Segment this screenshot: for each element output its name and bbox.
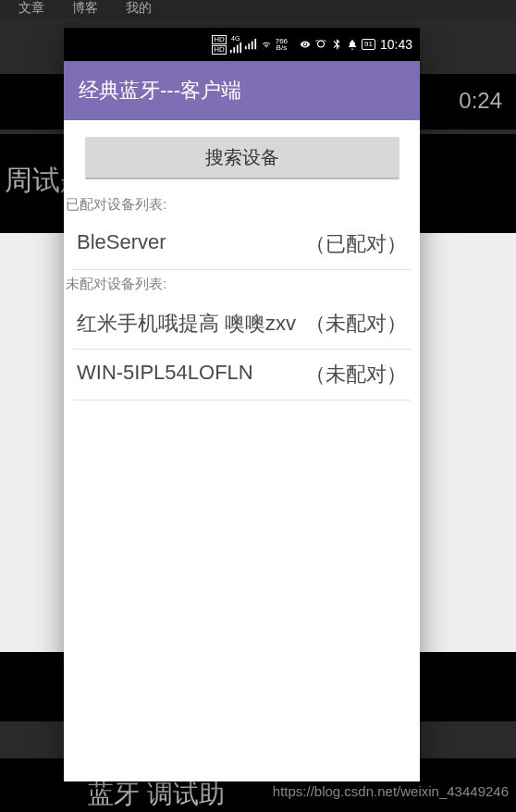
device-name: BleServer <box>77 230 305 254</box>
app-title: 经典蓝牙---客户端 <box>79 77 241 105</box>
hd-icon: HD <box>212 35 227 44</box>
svg-rect-6 <box>252 42 253 50</box>
bg-nav-item: 博客 <box>72 0 98 18</box>
svg-rect-0 <box>230 49 232 53</box>
alarm-icon <box>314 38 327 51</box>
battery-icon: 91 <box>362 39 375 50</box>
device-name: 红米手机哦提高 噢噢zxv <box>77 310 305 338</box>
signal-bars-icon <box>229 42 242 55</box>
svg-rect-3 <box>240 42 241 52</box>
background-nav: 文章 博客 我的 <box>0 0 516 18</box>
unpaired-section-label: 未配对设备列表: <box>64 270 411 299</box>
watermark: https://blog.csdn.net/weixin_43449246 <box>273 783 509 799</box>
unpaired-device-row[interactable]: WIN-5IPL54LOFLN （未配对） <box>73 350 411 400</box>
bg-nav-item: 我的 <box>126 0 152 18</box>
device-status: （未配对） <box>305 310 407 338</box>
bluetooth-icon <box>330 38 343 51</box>
signal-4g-label: 4G <box>231 35 240 42</box>
device-status: （未配对） <box>305 361 407 388</box>
status-time: 10:43 <box>380 37 412 52</box>
speed-unit: B/s <box>276 44 288 51</box>
eye-icon <box>299 38 312 51</box>
mute-icon <box>346 38 359 51</box>
svg-rect-5 <box>248 43 250 49</box>
phone-screen: HD HD 4G 766 B/s 91 10:43 经典蓝牙---客户端 搜索设… <box>64 28 420 781</box>
paired-section-label: 已配对设备列表: <box>64 191 411 219</box>
app-bar: 经典蓝牙---客户端 <box>64 61 420 120</box>
paired-device-row[interactable]: BleServer （已配对） <box>73 219 411 270</box>
wifi-icon <box>260 38 273 51</box>
hd-icon: HD <box>212 45 227 55</box>
status-signal-group: 4G <box>229 35 257 55</box>
bg-timestamp: 0:24 <box>459 88 502 113</box>
signal-bars-icon <box>244 38 257 51</box>
svg-rect-7 <box>254 39 256 49</box>
bg-bottom-text: 蓝牙 调试助 <box>88 780 225 808</box>
device-status: （已配对） <box>305 230 407 258</box>
search-devices-button[interactable]: 搜索设备 <box>85 137 399 179</box>
device-name: WIN-5IPL54LOFLN <box>77 361 305 385</box>
svg-rect-1 <box>233 47 235 53</box>
status-hd-group: HD HD <box>212 35 227 55</box>
status-bar: HD HD 4G 766 B/s 91 10:43 <box>64 28 420 61</box>
network-speed: 766 B/s <box>276 38 288 51</box>
content-area: 搜索设备 已配对设备列表: BleServer （已配对） 未配对设备列表: 红… <box>64 120 420 400</box>
svg-rect-2 <box>237 44 239 53</box>
svg-rect-4 <box>245 46 247 50</box>
bg-nav-item: 文章 <box>18 0 44 18</box>
unpaired-device-row[interactable]: 红米手机哦提高 噢噢zxv （未配对） <box>73 299 411 350</box>
